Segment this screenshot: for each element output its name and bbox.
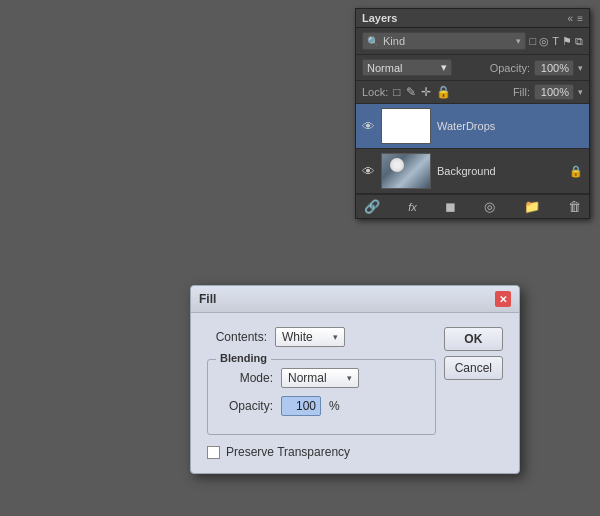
percent-label: %: [329, 399, 340, 413]
lock-image-icon[interactable]: ✎: [406, 85, 416, 99]
mode-dropdown[interactable]: Normal ▾: [281, 368, 359, 388]
fx-icon[interactable]: fx: [408, 201, 417, 213]
lock-all-icon[interactable]: 🔒: [436, 85, 451, 99]
blend-opacity-row: Normal ▾ Opacity: 100% ▾: [356, 55, 589, 81]
layer-thumb-waterdrops: [381, 108, 431, 144]
lock-row: Lock: □ ✎ ✛ 🔒 Fill: 100% ▾: [356, 81, 589, 104]
form-area: Contents: White ▾ Blending Mode: Normal: [207, 327, 436, 459]
ok-button[interactable]: OK: [444, 327, 503, 351]
layer-name-background: Background: [437, 165, 563, 177]
layer-row-background[interactable]: 👁 Background 🔒: [356, 149, 589, 194]
lock-position-icon[interactable]: ✛: [421, 85, 431, 99]
contents-dropdown[interactable]: White ▾: [275, 327, 345, 347]
layers-titlebar: Layers « ≡: [356, 9, 589, 28]
opacity-dialog-label: Opacity:: [218, 399, 273, 413]
layer-row-waterdrops[interactable]: 👁 WaterDrops: [356, 104, 589, 149]
opacity-input[interactable]: 100: [281, 396, 321, 416]
mode-dropdown-arrow: ▾: [347, 373, 352, 383]
dialog-body: Contents: White ▾ Blending Mode: Normal: [191, 313, 519, 473]
layers-search-row: 🔍 Kind ▾ □ ◎ T ⚑ ⧉: [356, 28, 589, 55]
link-icon[interactable]: 🔗: [364, 199, 380, 214]
dialog-titlebar: Fill ✕: [191, 286, 519, 313]
opacity-value[interactable]: 100%: [534, 60, 574, 76]
preserve-transparency-label: Preserve Transparency: [226, 445, 350, 459]
search-icon: 🔍: [367, 36, 379, 47]
dialog-close-button[interactable]: ✕: [495, 291, 511, 307]
lock-transparent-icon[interactable]: □: [393, 85, 400, 99]
contents-label: Contents:: [207, 330, 267, 344]
mode-value: Normal: [288, 371, 327, 385]
close-icon: ✕: [499, 294, 507, 305]
blending-group: Blending Mode: Normal ▾ Opacity: 100: [207, 359, 436, 435]
blend-arrow: ▾: [441, 61, 447, 74]
blend-mode-dropdown[interactable]: Normal ▾: [362, 59, 452, 76]
preserve-transparency-row: Preserve Transparency: [207, 445, 436, 459]
fill-group: Fill: 100% ▾: [513, 84, 583, 100]
cancel-button[interactable]: Cancel: [444, 356, 503, 380]
fill-dialog: Fill ✕ Contents: White ▾ Blending: [190, 285, 520, 474]
filter-adjustment-icon[interactable]: ◎: [539, 35, 549, 48]
opacity-group: Opacity: 100% ▾: [490, 60, 583, 76]
background-lock-badge: 🔒: [569, 165, 583, 178]
fill-arrow: ▾: [578, 87, 583, 97]
search-box[interactable]: 🔍 Kind ▾: [362, 32, 526, 50]
opacity-arrow: ▾: [578, 63, 583, 73]
opacity-row: Opacity: 100 %: [218, 396, 425, 416]
adjustment-icon[interactable]: ◼: [445, 199, 456, 214]
layers-panel-title: Layers: [362, 12, 397, 24]
filter-smart-icon[interactable]: ⧉: [575, 35, 583, 48]
layer-thumb-white: [382, 109, 430, 143]
menu-icon[interactable]: ≡: [577, 13, 583, 24]
search-kind-label: Kind: [383, 35, 512, 47]
mode-label: Mode:: [218, 371, 273, 385]
dialog-main-area: Contents: White ▾ Blending Mode: Normal: [207, 327, 503, 459]
layers-panel: Layers « ≡ 🔍 Kind ▾ □ ◎ T ⚑ ⧉ Normal ▾ O…: [355, 8, 590, 219]
layer-name-waterdrops: WaterDrops: [437, 120, 583, 132]
preserve-transparency-checkbox[interactable]: [207, 446, 220, 459]
group-icon[interactable]: 📁: [524, 199, 540, 214]
lock-label: Lock:: [362, 86, 388, 98]
dialog-title: Fill: [199, 292, 216, 306]
filter-type-icon[interactable]: T: [552, 35, 559, 47]
layer-thumb-photo: [382, 154, 430, 188]
delete-icon[interactable]: 🗑: [568, 199, 581, 214]
mask-icon[interactable]: ◎: [484, 199, 495, 214]
dialog-buttons: OK Cancel: [444, 327, 503, 380]
contents-dropdown-arrow: ▾: [333, 332, 338, 342]
collapse-icon[interactable]: «: [568, 13, 574, 24]
eye-icon-background[interactable]: 👁: [362, 164, 375, 179]
titlebar-icons: « ≡: [568, 13, 583, 24]
contents-value: White: [282, 330, 313, 344]
filter-icons: □ ◎ T ⚑ ⧉: [530, 35, 583, 48]
filter-pixel-icon[interactable]: □: [530, 35, 537, 47]
search-dropdown-arrow: ▾: [516, 36, 521, 46]
fill-label: Fill:: [513, 86, 530, 98]
blending-legend: Blending: [216, 352, 271, 364]
filter-shape-icon[interactable]: ⚑: [562, 35, 572, 48]
fill-value[interactable]: 100%: [534, 84, 574, 100]
opacity-label: Opacity:: [490, 62, 530, 74]
eye-icon-waterdrops[interactable]: 👁: [362, 119, 375, 134]
contents-row: Contents: White ▾: [207, 327, 436, 347]
mode-row: Mode: Normal ▾: [218, 368, 425, 388]
blend-mode-value: Normal: [367, 62, 402, 74]
layers-toolbar: 🔗 fx ◼ ◎ 📁 🗑: [356, 194, 589, 218]
layer-thumb-background: [381, 153, 431, 189]
